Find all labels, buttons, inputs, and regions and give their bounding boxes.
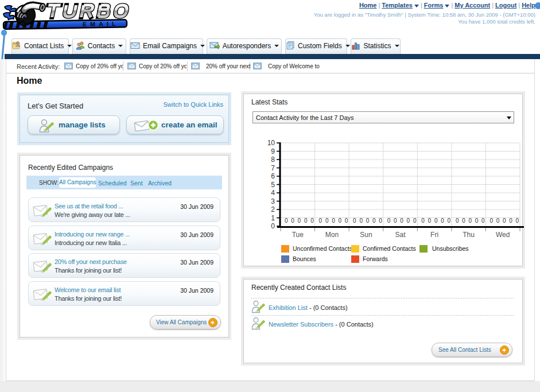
svg-text:5: 5 bbox=[271, 181, 275, 189]
svg-text:0: 0 bbox=[353, 218, 356, 224]
svg-text:Tue: Tue bbox=[292, 231, 304, 239]
svg-text:0: 0 bbox=[345, 218, 348, 224]
svg-text:0: 0 bbox=[359, 218, 363, 224]
svg-text:2: 2 bbox=[271, 205, 275, 214]
svg-text:0: 0 bbox=[441, 218, 444, 224]
svg-text:Fri: Fri bbox=[430, 231, 438, 239]
svg-text:0: 0 bbox=[394, 218, 397, 224]
svg-text:EMAIL: EMAIL bbox=[83, 20, 119, 28]
svg-text:0: 0 bbox=[319, 218, 323, 224]
svg-text:0: 0 bbox=[509, 218, 512, 224]
svg-text:0: 0 bbox=[421, 218, 425, 224]
svg-text:0: 0 bbox=[366, 218, 370, 224]
svg-text:0: 0 bbox=[481, 218, 485, 224]
svg-text:0: 0 bbox=[428, 218, 432, 224]
svg-text:9: 9 bbox=[271, 148, 275, 156]
svg-text:0: 0 bbox=[462, 218, 465, 224]
svg-text:6: 6 bbox=[271, 172, 275, 180]
svg-text:Mon: Mon bbox=[325, 231, 339, 239]
svg-text:0: 0 bbox=[271, 222, 275, 230]
svg-text:7: 7 bbox=[271, 164, 275, 172]
svg-text:Wed: Wed bbox=[496, 231, 510, 239]
svg-text:0: 0 bbox=[372, 218, 376, 224]
svg-text:0: 0 bbox=[469, 218, 472, 224]
svg-text:Thu: Thu bbox=[463, 231, 475, 239]
svg-text:3: 3 bbox=[271, 197, 275, 205]
svg-text:Sat: Sat bbox=[395, 231, 406, 239]
svg-text:0: 0 bbox=[387, 218, 391, 224]
svg-text:0: 0 bbox=[490, 218, 493, 224]
svg-text:0: 0 bbox=[291, 218, 294, 224]
svg-text:0: 0 bbox=[304, 218, 308, 224]
svg-text:4: 4 bbox=[271, 189, 275, 197]
svg-text:10: 10 bbox=[267, 139, 275, 147]
svg-text:0: 0 bbox=[448, 218, 451, 224]
svg-text:0: 0 bbox=[434, 218, 438, 224]
svg-text:0: 0 bbox=[285, 218, 288, 224]
svg-text:Sun: Sun bbox=[360, 231, 372, 239]
svg-text:0: 0 bbox=[456, 218, 459, 224]
svg-text:0: 0 bbox=[503, 218, 506, 224]
svg-text:1: 1 bbox=[271, 214, 275, 222]
svg-text:0: 0 bbox=[298, 218, 301, 224]
svg-text:0: 0 bbox=[516, 218, 519, 224]
svg-text:0: 0 bbox=[400, 218, 403, 224]
svg-text:0: 0 bbox=[325, 218, 329, 224]
svg-text:0: 0 bbox=[332, 218, 335, 224]
svg-text:0: 0 bbox=[339, 218, 342, 224]
svg-text:0: 0 bbox=[407, 218, 410, 224]
svg-text:0: 0 bbox=[413, 218, 417, 224]
svg-text:0: 0 bbox=[379, 218, 382, 224]
svg-text:0: 0 bbox=[475, 218, 479, 224]
svg-text:8: 8 bbox=[271, 156, 275, 164]
svg-text:0: 0 bbox=[310, 218, 314, 224]
svg-text:0: 0 bbox=[496, 218, 500, 224]
